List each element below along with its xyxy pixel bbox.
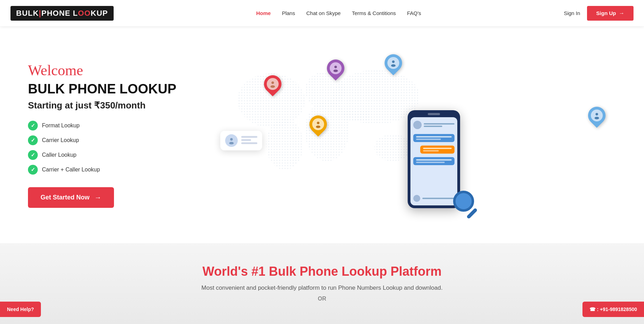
nav-right: Sign In Sign Up → — [564, 6, 634, 21]
signup-button[interactable]: Sign Up → — [587, 6, 634, 21]
svg-point-12 — [392, 61, 394, 63]
location-pin-gold — [309, 115, 327, 133]
svg-point-18 — [230, 138, 232, 140]
get-started-label: Get Started Now — [41, 194, 90, 201]
hero-section: Welcome BULK PHONE LOOKUP Starting at ju… — [0, 26, 644, 243]
svg-point-10 — [334, 66, 337, 68]
nav-home[interactable]: Home — [256, 10, 271, 16]
feature-label: Carrier Lookup — [42, 137, 79, 143]
feature-label: Carrier + Caller Lookup — [42, 167, 100, 173]
logo-text: BULK|PHONE LOOKUP — [16, 9, 108, 18]
bottom-subtitle: Most convenient and pocket-friendly plat… — [14, 284, 630, 291]
location-pin-red — [264, 75, 281, 93]
hero-title: BULK PHONE LOOKUP — [28, 82, 210, 97]
logo[interactable]: BULK|PHONE LOOKUP — [10, 6, 114, 21]
hero-illustration — [210, 51, 616, 219]
list-item: Carrier Lookup — [28, 135, 210, 145]
location-pin-blue — [385, 54, 402, 72]
svg-point-15 — [316, 126, 321, 128]
or-text: OR — [14, 296, 630, 302]
phone-illustration — [408, 110, 460, 208]
svg-point-14 — [317, 122, 319, 124]
signin-link[interactable]: Sign In — [564, 10, 580, 16]
signup-arrow-icon: → — [619, 10, 624, 16]
get-started-button[interactable]: Get Started Now → — [28, 187, 114, 208]
avatar-icon — [225, 134, 238, 147]
bottom-section: World's #1 Bulk Phone Lookup Platform Mo… — [0, 243, 644, 324]
nav-faq[interactable]: FAQ's — [407, 10, 421, 16]
check-icon — [28, 165, 38, 175]
avatar-card — [220, 131, 262, 150]
location-pin-purple — [327, 59, 344, 77]
nav-skype[interactable]: Chat on Skype — [306, 10, 341, 16]
svg-point-16 — [595, 113, 598, 115]
list-item: Caller Lookup — [28, 150, 210, 160]
feature-label: Format Lookup — [42, 122, 80, 129]
navbar: BULK|PHONE LOOKUP Home Plans Chat on Sky… — [0, 0, 644, 26]
svg-rect-7 — [342, 111, 369, 121]
feature-label: Caller Lookup — [42, 152, 77, 158]
svg-point-17 — [595, 117, 599, 119]
list-item: Carrier + Caller Lookup — [28, 165, 210, 175]
svg-point-9 — [271, 85, 275, 88]
hero-left: Welcome BULK PHONE LOOKUP Starting at ju… — [28, 62, 210, 208]
magnifier-icon — [453, 191, 474, 212]
location-pin-right — [588, 107, 606, 124]
check-icon — [28, 135, 38, 145]
nav-links: Home Plans Chat on Skype Terms & Contiti… — [256, 10, 421, 16]
get-started-arrow-icon: → — [94, 193, 101, 202]
svg-point-2 — [266, 119, 303, 170]
hero-subtitle: Starting at just ₹350/month — [28, 100, 210, 111]
list-item: Format Lookup — [28, 121, 210, 131]
help-badge[interactable]: Need Help? — [0, 302, 41, 317]
check-icon — [28, 121, 38, 131]
svg-point-6 — [374, 134, 412, 161]
check-icon — [28, 150, 38, 160]
feature-list: Format Lookup Carrier Lookup Caller Look… — [28, 121, 210, 175]
nav-terms[interactable]: Terms & Contitions — [352, 10, 396, 16]
phone-badge[interactable]: ☎ : +91-9891828500 — [582, 302, 644, 317]
nav-plans[interactable]: Plans — [282, 10, 295, 16]
bottom-title: World's #1 Bulk Phone Lookup Platform — [14, 264, 630, 279]
svg-point-11 — [334, 70, 338, 72]
svg-point-13 — [391, 64, 396, 67]
hero-welcome: Welcome — [28, 62, 210, 79]
svg-point-19 — [229, 142, 234, 144]
svg-point-8 — [271, 82, 274, 84]
